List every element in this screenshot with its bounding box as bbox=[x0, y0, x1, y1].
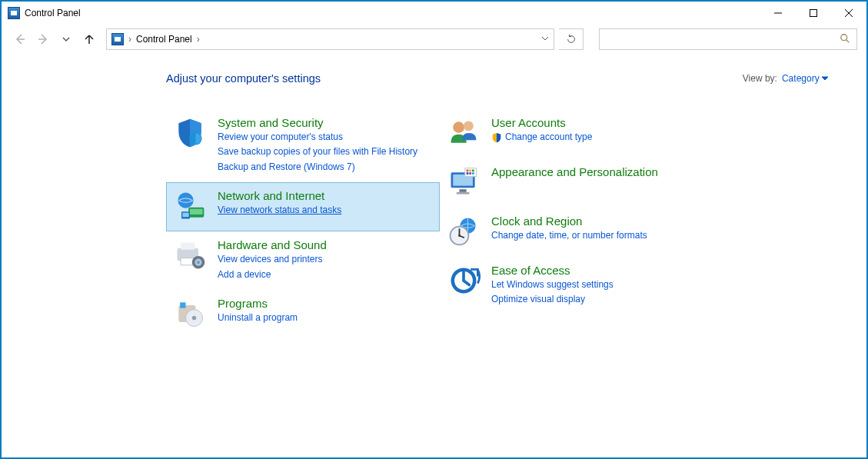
link-backup-restore[interactable]: Backup and Restore (Windows 7) bbox=[218, 161, 417, 174]
category-title[interactable]: User Accounts bbox=[491, 116, 592, 129]
users-icon bbox=[447, 116, 481, 150]
category-ease-of-access[interactable]: Ease of Access Let Windows suggest setti… bbox=[440, 257, 723, 315]
back-arrow-icon bbox=[14, 33, 26, 45]
svg-rect-29 bbox=[457, 192, 470, 195]
app-icon bbox=[8, 7, 20, 19]
breadcrumb-sep: › bbox=[128, 34, 131, 45]
svg-point-41 bbox=[458, 234, 461, 237]
link-file-history[interactable]: Save backup copies of your files with Fi… bbox=[218, 145, 417, 158]
up-arrow-icon bbox=[83, 33, 95, 45]
category-hardware-sound[interactable]: Hardware and Sound View devices and prin… bbox=[166, 231, 440, 290]
close-button[interactable] bbox=[831, 2, 866, 25]
svg-rect-28 bbox=[460, 189, 467, 192]
category-network-internet[interactable]: Network and Internet View network status… bbox=[166, 182, 440, 231]
page-subtitle: Adjust your computer's settings bbox=[166, 72, 321, 85]
svg-rect-11 bbox=[190, 209, 203, 215]
address-bar[interactable]: › Control Panel › bbox=[106, 28, 554, 50]
svg-rect-1 bbox=[810, 10, 817, 17]
link-add-device[interactable]: Add a device bbox=[218, 268, 327, 281]
category-title[interactable]: System and Security bbox=[218, 116, 417, 129]
svg-rect-15 bbox=[181, 243, 195, 250]
svg-rect-13 bbox=[182, 213, 188, 218]
clock-globe-icon bbox=[447, 215, 481, 248]
link-review-status[interactable]: Review your computer's status bbox=[218, 131, 417, 144]
printer-icon bbox=[173, 238, 207, 272]
network-icon bbox=[173, 189, 207, 223]
link-windows-suggest[interactable]: Let Windows suggest settings bbox=[491, 278, 614, 291]
category-title[interactable]: Hardware and Sound bbox=[218, 238, 327, 251]
svg-rect-32 bbox=[469, 170, 471, 172]
view-by-dropdown[interactable]: Category bbox=[782, 73, 828, 84]
shield-icon bbox=[173, 116, 207, 150]
link-optimize-display[interactable]: Optimize visual display bbox=[491, 293, 614, 306]
svg-point-25 bbox=[464, 121, 474, 131]
link-uninstall-program[interactable]: Uninstall a program bbox=[218, 311, 298, 324]
content-header: Adjust your computer's settings View by:… bbox=[166, 72, 836, 85]
chevron-down-icon bbox=[62, 35, 70, 43]
svg-point-22 bbox=[192, 316, 197, 321]
category-clock-region[interactable]: Clock and Region Change date, time, or n… bbox=[440, 208, 723, 257]
control-panel-icon bbox=[111, 33, 124, 45]
nav-toolbar: › Control Panel › bbox=[2, 25, 866, 54]
window-root: Control Panel › Co bbox=[0, 0, 868, 459]
category-programs[interactable]: Programs Uninstall a program bbox=[166, 290, 440, 339]
monitor-icon bbox=[447, 165, 481, 199]
category-title[interactable]: Clock and Region bbox=[491, 215, 647, 228]
minimize-icon bbox=[773, 8, 783, 18]
category-system-security[interactable]: System and Security Review your computer… bbox=[166, 109, 440, 182]
categories: System and Security Review your computer… bbox=[166, 109, 836, 339]
svg-rect-23 bbox=[180, 302, 185, 308]
svg-point-24 bbox=[453, 121, 464, 133]
address-dropdown-button[interactable] bbox=[541, 34, 549, 45]
view-by-label: View by: bbox=[743, 73, 777, 84]
back-button[interactable] bbox=[11, 30, 29, 48]
category-title[interactable]: Appearance and Personalization bbox=[491, 165, 658, 178]
link-network-status[interactable]: View network status and tasks bbox=[218, 204, 341, 217]
recent-dropdown-button[interactable] bbox=[57, 30, 75, 48]
categories-col-left: System and Security Review your computer… bbox=[166, 109, 440, 339]
category-title[interactable]: Network and Internet bbox=[218, 189, 341, 202]
svg-line-7 bbox=[846, 39, 850, 42]
svg-rect-35 bbox=[469, 172, 471, 175]
svg-point-19 bbox=[197, 261, 200, 264]
category-title[interactable]: Programs bbox=[218, 297, 298, 310]
svg-point-9 bbox=[178, 193, 193, 208]
window-title: Control Panel bbox=[25, 8, 81, 18]
up-button[interactable] bbox=[80, 30, 98, 48]
chevron-down-icon bbox=[541, 35, 549, 42]
search-icon[interactable] bbox=[840, 33, 850, 46]
category-appearance-personalization[interactable]: Appearance and Personalization bbox=[440, 158, 723, 208]
search-input[interactable] bbox=[606, 34, 840, 45]
breadcrumb-location[interactable]: Control Panel bbox=[136, 34, 192, 45]
close-icon bbox=[844, 8, 853, 18]
content-area: Adjust your computer's settings View by:… bbox=[2, 54, 866, 457]
caret-down-icon bbox=[822, 75, 828, 81]
view-by-control: View by: Category bbox=[743, 73, 836, 84]
category-user-accounts[interactable]: User Accounts Change account type bbox=[440, 109, 723, 158]
svg-rect-33 bbox=[472, 170, 474, 172]
uac-shield-icon bbox=[491, 132, 502, 143]
refresh-icon bbox=[566, 34, 577, 45]
svg-rect-36 bbox=[472, 172, 474, 175]
ease-of-access-icon bbox=[447, 264, 481, 298]
svg-point-6 bbox=[841, 34, 847, 40]
maximize-button[interactable] bbox=[796, 2, 831, 25]
link-change-account-type[interactable]: Change account type bbox=[505, 131, 592, 144]
title-bar: Control Panel bbox=[2, 2, 866, 25]
link-devices-printers[interactable]: View devices and printers bbox=[218, 253, 327, 266]
category-title[interactable]: Ease of Access bbox=[491, 264, 614, 277]
refresh-button[interactable] bbox=[559, 28, 584, 50]
forward-arrow-icon bbox=[37, 33, 49, 45]
svg-rect-34 bbox=[467, 172, 469, 175]
forward-button[interactable] bbox=[34, 30, 52, 48]
programs-icon bbox=[173, 297, 207, 331]
window-buttons bbox=[760, 2, 866, 25]
breadcrumb-sep-2: › bbox=[197, 34, 200, 45]
maximize-icon bbox=[809, 8, 818, 18]
search-box[interactable] bbox=[599, 28, 857, 50]
link-change-date-time[interactable]: Change date, time, or number formats bbox=[491, 229, 647, 242]
svg-rect-31 bbox=[467, 170, 469, 172]
view-by-value: Category bbox=[782, 73, 820, 84]
minimize-button[interactable] bbox=[760, 2, 796, 25]
categories-col-right: User Accounts Change account type Appear… bbox=[440, 109, 723, 339]
